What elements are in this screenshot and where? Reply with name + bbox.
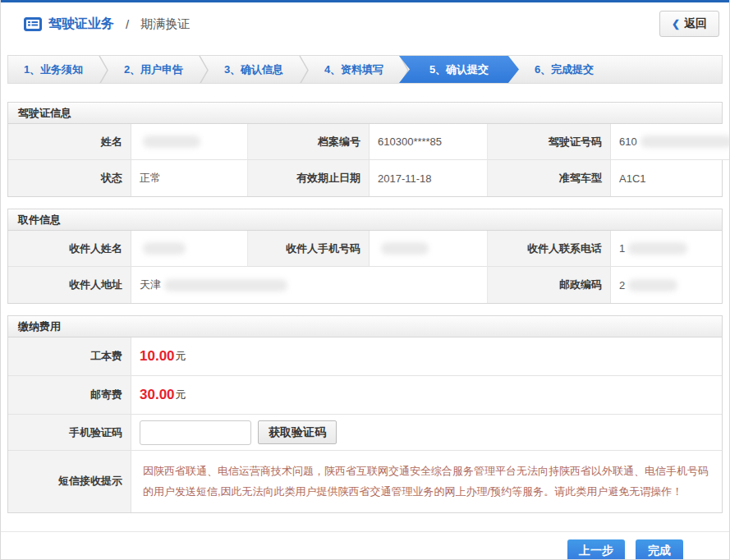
production-fee-value: 10.00元 xyxy=(131,337,722,376)
status-label: 状态 xyxy=(8,160,131,196)
breadcrumb-divider: / xyxy=(126,17,129,31)
step-1-business-notice[interactable]: 1、业务须知 xyxy=(8,56,99,83)
recipient-address-label: 收件人地址 xyxy=(8,267,131,303)
fee-unit: 元 xyxy=(176,388,186,402)
file-no-value: 610300****85 xyxy=(370,124,488,160)
chevron-left-icon: ❮ xyxy=(672,18,680,30)
step-separator xyxy=(299,56,309,84)
step-4-fill-materials[interactable]: 4、资料填写 xyxy=(309,56,399,83)
finish-button[interactable]: 完成 xyxy=(636,539,683,560)
section-pickup-info: 取件信息 收件人姓名 收件人手机号码 收件人联系电话 1 收件人地址 天津 邮政… xyxy=(7,209,723,304)
section-pickup-title: 取件信息 xyxy=(8,209,722,231)
recipient-mobile-value xyxy=(370,231,488,267)
production-fee-label: 工本费 xyxy=(8,337,131,376)
recipient-mobile-label: 收件人手机号码 xyxy=(248,231,370,267)
vehicle-class-value: A1C1 xyxy=(611,160,722,196)
redacted-value xyxy=(143,135,200,148)
postage-fee-amount: 30.00 xyxy=(140,387,175,403)
file-no-label: 档案编号 xyxy=(248,124,370,160)
page-header: 驾驶证业务 / 期满换证 ❮ 返回 xyxy=(1,2,729,45)
expiry-value: 2017-11-18 xyxy=(370,160,488,196)
name-value xyxy=(131,124,248,160)
step-wizard: 1、业务须知 2、用户申告 3、确认信息 4、资料填写 5、确认提交 6、完成提… xyxy=(7,55,723,84)
step-separator xyxy=(199,56,209,84)
status-value: 正常 xyxy=(131,160,248,196)
postage-fee-label: 邮寄费 xyxy=(8,376,131,415)
sms-code-input[interactable] xyxy=(140,420,251,445)
list-icon xyxy=(24,17,42,31)
footer-actions: 上一步 完成 xyxy=(1,531,729,560)
previous-step-button[interactable]: 上一步 xyxy=(567,539,625,560)
license-no-label: 驾驶证号码 xyxy=(488,124,611,160)
recipient-phone-value: 1 xyxy=(611,231,722,267)
postcode-value: 2 xyxy=(611,267,722,303)
sms-notice-label: 短信接收提示 xyxy=(8,451,131,512)
redacted-value xyxy=(628,242,687,255)
fee-unit: 元 xyxy=(176,349,186,364)
redacted-value xyxy=(381,242,429,255)
step-6-complete-submit[interactable]: 6、完成提交 xyxy=(519,56,609,83)
page-title: 驾驶证业务 xyxy=(48,16,114,33)
redacted-value xyxy=(143,242,186,255)
section-license-title: 驾驶证信息 xyxy=(8,103,722,124)
license-no-value: 610 xyxy=(611,124,730,160)
production-fee-amount: 10.00 xyxy=(140,348,175,365)
recipient-name-value xyxy=(131,231,248,267)
get-sms-code-button[interactable]: 获取验证码 xyxy=(258,420,337,444)
section-fees: 缴纳费用 工本费 10.00元 邮寄费 30.00元 手机验证码 获取验证码 短… xyxy=(7,315,723,513)
sms-notice-cell: 因陕西省联通、电信运营商技术问题，陕西省互联网交通安全综合服务管理平台无法向持陕… xyxy=(131,451,722,512)
step-separator xyxy=(99,56,108,84)
sms-code-label: 手机验证码 xyxy=(8,415,131,451)
recipient-address-value: 天津 xyxy=(131,267,488,303)
vehicle-class-label: 准驾车型 xyxy=(488,160,611,196)
section-fees-title: 缴纳费用 xyxy=(8,316,722,337)
redacted-value xyxy=(628,279,677,291)
name-label: 姓名 xyxy=(8,124,131,160)
back-button[interactable]: ❮ 返回 xyxy=(659,11,719,37)
recipient-name-label: 收件人姓名 xyxy=(8,231,131,267)
breadcrumb: 驾驶证业务 / 期满换证 xyxy=(24,16,190,33)
redacted-value xyxy=(640,135,730,148)
recipient-phone-label: 收件人联系电话 xyxy=(488,231,611,267)
step-3-confirm-info[interactable]: 3、确认信息 xyxy=(209,56,299,83)
sms-notice-text: 因陕西省联通、电信运营商技术问题，陕西省互联网交通安全综合服务管理平台无法向持陕… xyxy=(140,454,714,509)
postage-fee-value: 30.00元 xyxy=(131,376,722,415)
redacted-value xyxy=(164,279,287,291)
page: 驾驶证业务 / 期满换证 ❮ 返回 1、业务须知 2、用户申告 3、确认信息 4… xyxy=(0,0,730,560)
step-5-confirm-submit[interactable]: 5、确认提交 xyxy=(399,56,519,83)
back-button-label: 返回 xyxy=(684,16,707,31)
section-license-info: 驾驶证信息 姓名 档案编号 610300****85 驾驶证号码 610 状态 … xyxy=(7,102,723,197)
expiry-label: 有效期止日期 xyxy=(248,160,370,196)
page-subtitle: 期满换证 xyxy=(140,16,190,32)
step-2-user-declaration[interactable]: 2、用户申告 xyxy=(108,56,199,83)
postcode-label: 邮政编码 xyxy=(488,267,611,303)
sms-code-field-cell: 获取验证码 xyxy=(131,415,722,451)
